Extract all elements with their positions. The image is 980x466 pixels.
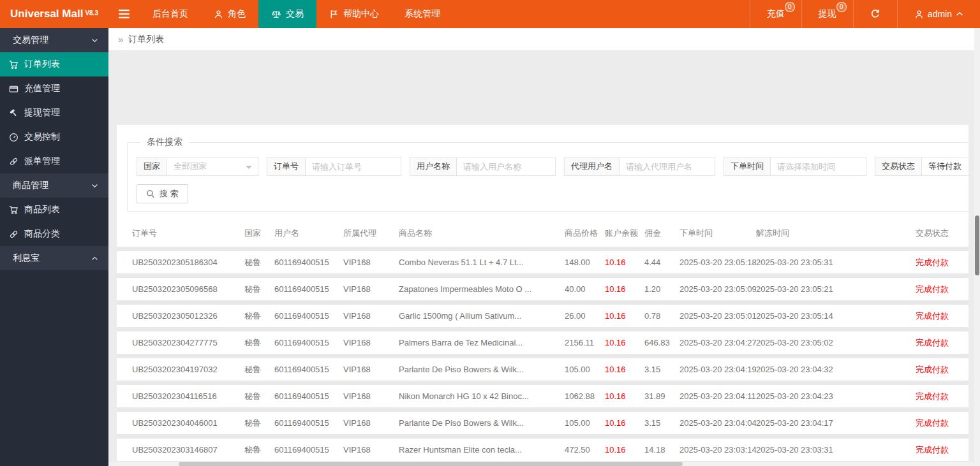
vertical-scrollbar[interactable]	[974, 28, 980, 466]
vertical-scrollbar-thumb[interactable]	[975, 215, 979, 275]
cell-order-no: UB2503202304046001	[127, 418, 244, 428]
sidebar-group-interest-treasure[interactable]: 利息宝	[0, 246, 108, 270]
cell-country: 秘鲁	[244, 364, 274, 375]
cell-username: 601169400515	[274, 445, 343, 455]
cell-status: 完成付款	[916, 444, 958, 456]
cell-country: 秘鲁	[244, 284, 274, 295]
order-time-input[interactable]	[771, 157, 866, 176]
country-select[interactable]: 全部国家	[167, 157, 258, 176]
withdraw-button[interactable]: 提现 0	[801, 0, 853, 28]
filter-username-label: 用户名称	[410, 157, 457, 176]
sidebar-group-product-management[interactable]: 商品管理	[0, 173, 108, 198]
nav-item-label: 后台首页	[152, 8, 188, 20]
cell-status: 完成付款	[916, 337, 958, 349]
hamburger-icon	[119, 10, 130, 18]
cell-order-no: UB2503202304116516	[127, 391, 244, 401]
cell-order-no: UB2503202304277775	[127, 338, 244, 347]
filter-status: 交易状态 等待付款	[875, 157, 969, 176]
cell-balance: 10.16	[605, 258, 644, 267]
nav-item-label: 交易	[286, 8, 304, 20]
filter-order-time-label: 下单时间	[724, 157, 771, 176]
search-conditions-fieldset: 条件搜索 国家 全部国家 订单号 用户名称	[127, 136, 969, 212]
app-title: Universal Mall	[10, 8, 83, 20]
cell-balance: 10.16	[605, 391, 644, 401]
sidebar-group-label: 利息宝	[13, 252, 40, 264]
cell-country: 秘鲁	[244, 391, 274, 402]
cart-icon	[9, 60, 19, 69]
cell-unfreeze-time: 2025-03-20 23:04:17	[756, 418, 916, 428]
sidebar-item-label: 交易控制	[24, 131, 60, 143]
cell-order-time: 2025-03-20 23:05:01	[679, 311, 756, 321]
cell-balance: 10.16	[605, 365, 644, 374]
cell-country: 秘鲁	[244, 444, 274, 456]
recharge-button[interactable]: 充值 0	[750, 0, 801, 28]
table-row: UB2503202304277775 秘鲁 601169400515 VIP16…	[117, 331, 969, 354]
nav-item-dashboard[interactable]: 后台首页	[140, 0, 201, 28]
sidebar-item-label: 充值管理	[24, 83, 60, 94]
sidebar-item-withdraw-management[interactable]: 提现管理	[0, 101, 108, 125]
cell-product-name: Zapatones Impermeables Moto O ...	[399, 284, 565, 294]
cell-agent: VIP168	[343, 338, 399, 347]
nav-item-system[interactable]: 系统管理	[392, 0, 453, 28]
sidebar-item-order-list[interactable]: 订单列表	[0, 52, 108, 76]
menu-toggle-button[interactable]	[108, 0, 140, 28]
cell-balance: 10.16	[605, 338, 644, 347]
cell-commission: 1.20	[644, 284, 679, 294]
filter-country: 国家 全部国家	[137, 157, 258, 176]
username-label: admin	[928, 9, 952, 19]
page-title: 订单列表	[128, 34, 164, 45]
refresh-button[interactable]	[853, 0, 897, 28]
country-select-value: 全部国家	[174, 161, 207, 172]
sidebar-item-label: 商品列表	[24, 204, 60, 215]
cell-order-time: 2025-03-20 23:05:18	[679, 258, 756, 267]
card-icon	[9, 84, 19, 94]
main-content: » 订单列表 条件搜索 国家 全部国家 订单号 用户名称	[108, 28, 980, 466]
username-input[interactable]	[457, 157, 556, 176]
navbar-actions: 充值 0 提现 0 admin	[750, 0, 980, 28]
cell-country: 秘鲁	[244, 257, 274, 268]
cell-username: 601169400515	[274, 284, 343, 294]
row-separator	[117, 247, 969, 251]
horizontal-scrollbar-thumb[interactable]	[179, 462, 683, 466]
sidebar-item-product-category[interactable]: 商品分类	[0, 222, 108, 246]
withdraw-label: 提现	[819, 8, 836, 20]
cell-product-name: Razer Huntsman Elite con tecla...	[399, 445, 565, 455]
col-balance: 账户余额	[605, 228, 644, 239]
sidebar-group-trade-management[interactable]: 交易管理	[0, 28, 108, 52]
cell-order-time: 2025-03-20 23:05:09	[679, 284, 756, 294]
link-icon	[9, 229, 19, 239]
filter-agent: 代理用户名	[564, 157, 715, 176]
order-no-input[interactable]	[306, 157, 401, 176]
table-row: UB2503202304046001 秘鲁 601169400515 VIP16…	[117, 412, 969, 434]
nav-item-roles[interactable]: 角色	[201, 0, 258, 28]
horizontal-scrollbar[interactable]	[108, 462, 974, 466]
sidebar-item-label: 订单列表	[24, 59, 60, 70]
cell-price: 2156.11	[565, 338, 605, 347]
cell-country: 秘鲁	[244, 337, 274, 349]
search-conditions-legend: 条件搜索	[140, 136, 189, 148]
sidebar-item-label: 商品分类	[24, 228, 60, 240]
sidebar-item-recharge-management[interactable]: 充值管理	[0, 76, 108, 101]
user-menu[interactable]: admin	[897, 0, 980, 28]
trade-status-select[interactable]: 等待付款	[922, 157, 969, 176]
cell-product-name: Combo Neveras 51.1 Lt + 4.7 Lt...	[399, 258, 565, 267]
nav-item-trade[interactable]: 交易	[258, 0, 316, 28]
col-product-name: 商品名称	[399, 228, 565, 239]
nav-item-help-center[interactable]: 帮助中心	[316, 0, 392, 28]
search-button[interactable]: 搜 索	[137, 184, 188, 203]
cell-username: 601169400515	[274, 338, 343, 347]
sidebar-item-product-list[interactable]: 商品列表	[0, 198, 108, 222]
orders-table-body: UB2503202305186304 秘鲁 601169400515 VIP16…	[117, 247, 969, 461]
app-logo: Universal Mall V8.3	[0, 0, 108, 28]
cell-balance: 10.16	[605, 445, 644, 455]
sidebar-item-dispatch-management[interactable]: 派单管理	[0, 149, 108, 173]
filter-order-time: 下单时间	[724, 157, 866, 176]
cell-agent: VIP168	[343, 258, 399, 267]
cell-order-no: UB2503202303146807	[127, 445, 244, 455]
sidebar-item-trade-control[interactable]: 交易控制	[0, 125, 108, 149]
cell-commission: 4.44	[644, 258, 679, 267]
col-order-time: 下单时间	[679, 228, 756, 239]
cell-price: 472.50	[565, 445, 605, 455]
table-row: UB2503202305012326 秘鲁 601169400515 VIP16…	[117, 305, 969, 327]
agent-username-input[interactable]	[620, 157, 715, 176]
